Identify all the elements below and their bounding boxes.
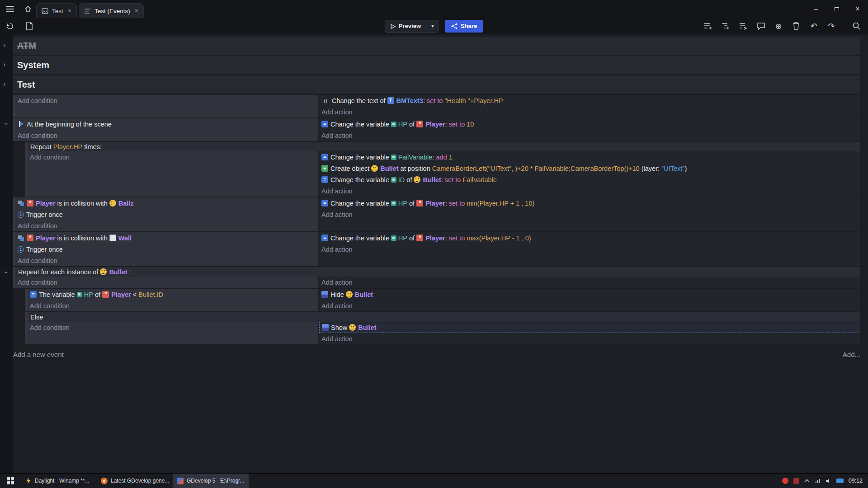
- add-other-event-icon[interactable]: [738, 21, 749, 32]
- action-line[interactable]: Change the variable HP of Player: set to…: [319, 197, 860, 209]
- add-condition-button[interactable]: Add condition: [15, 277, 318, 288]
- add-action-button[interactable]: Add action: [319, 277, 860, 288]
- tray-battery-icon[interactable]: [836, 479, 844, 483]
- variable-icon: [77, 292, 82, 297]
- add-condition-button[interactable]: Add condition: [28, 322, 318, 333]
- history-icon[interactable]: [5, 21, 15, 32]
- text-segment: :: [445, 200, 449, 207]
- condition-line[interactable]: Player is in collision with Wall: [15, 232, 318, 244]
- taskbar-item-browser[interactable]: Latest GDevelop gene...: [97, 474, 173, 488]
- text-segment: of: [93, 291, 102, 298]
- text-segment: BMText3: [396, 97, 423, 104]
- tray-network-icon[interactable]: [815, 479, 821, 483]
- action-line[interactable]: Hide Bullet: [319, 289, 860, 300]
- action-line[interactable]: Change the variable FailVariable: add 1: [319, 151, 860, 163]
- visibility-icon: [322, 324, 329, 331]
- undo-icon[interactable]: ↶: [808, 21, 819, 32]
- preview-button[interactable]: ▷ Preview ▾: [385, 20, 439, 33]
- collapse-chevron-icon[interactable]: ›: [3, 42, 5, 49]
- text-segment: HP: [398, 200, 407, 207]
- add-action-button[interactable]: Add action: [319, 209, 860, 220]
- add-new-event-button[interactable]: Add a new event: [13, 351, 64, 358]
- text-segment: ID: [398, 176, 405, 183]
- close-button[interactable]: ×: [847, 0, 868, 18]
- event-header[interactable]: Repeat for each instance of Bullet :: [15, 267, 860, 277]
- add-button[interactable]: Add...: [843, 351, 860, 358]
- minimize-button[interactable]: –: [806, 0, 826, 18]
- add-comment-icon[interactable]: [755, 21, 766, 32]
- add-condition-button[interactable]: Add condition: [28, 151, 318, 163]
- event-block: ›At the beginning of the sceneAdd condit…: [13, 118, 860, 141]
- text-segment: HP: [398, 235, 407, 242]
- var-action-icon: [321, 121, 328, 127]
- condition-line[interactable]: Trigger once: [15, 209, 318, 220]
- close-tab-icon[interactable]: ×: [68, 7, 71, 14]
- add-condition-button[interactable]: Add condition: [15, 95, 318, 106]
- visibility-icon: [321, 291, 328, 298]
- action-line[interactable]: Create object Bullet at position CameraB…: [319, 163, 860, 174]
- add-condition-button[interactable]: Add condition: [15, 220, 318, 231]
- tray-maroon-icon[interactable]: [793, 478, 799, 484]
- taskbar-item-gdevelop[interactable]: GDevelop 5 - E:\Progr...: [173, 474, 249, 488]
- collapse-chevron-icon[interactable]: ›: [3, 61, 5, 68]
- toolbar: ▷ Preview ▾ Share: [0, 18, 868, 34]
- add-action-button[interactable]: Add action: [319, 106, 860, 117]
- tray-chevron-up-icon[interactable]: [804, 479, 810, 483]
- actions-column: Hide BulletAdd action: [319, 289, 860, 311]
- tab-test[interactable]: Test ×: [36, 3, 77, 18]
- add-action-button[interactable]: Add action: [319, 300, 860, 311]
- close-tab-icon[interactable]: ×: [135, 7, 138, 14]
- event-group-header[interactable]: ›Test: [13, 75, 860, 94]
- tab-test-events[interactable]: Test (Events) ×: [79, 3, 144, 18]
- search-icon[interactable]: [851, 21, 862, 32]
- action-line[interactable]: Change the variable HP of Player: set to…: [319, 118, 860, 130]
- home-icon[interactable]: [23, 4, 33, 14]
- expand-chevron-icon[interactable]: ›: [3, 122, 10, 125]
- maximize-button[interactable]: [826, 0, 847, 18]
- action-line[interactable]: Change the text of BMText3: set to "Heal…: [319, 95, 860, 106]
- collapse-chevron-icon[interactable]: ›: [3, 80, 5, 88]
- text-segment: Player: [425, 121, 445, 128]
- add-condition-button[interactable]: Add condition: [15, 130, 318, 141]
- add-condition-button[interactable]: Add condition: [15, 255, 318, 266]
- taskbar-clock[interactable]: 09:12: [849, 478, 863, 484]
- start-button[interactable]: [0, 474, 21, 488]
- window-controls: – ×: [806, 0, 868, 18]
- condition-line[interactable]: Trigger once: [15, 244, 318, 255]
- add-action-button[interactable]: Add action: [319, 130, 860, 141]
- taskbar-item-winamp[interactable]: Daylight - Winamp **...: [21, 474, 97, 488]
- save-file-icon[interactable]: [24, 21, 34, 32]
- expand-chevron-icon[interactable]: ›: [3, 271, 10, 273]
- hamburger-menu-icon[interactable]: [5, 4, 15, 14]
- add-action-button[interactable]: Add action: [319, 333, 860, 344]
- text-segment: Player: [425, 235, 445, 242]
- player-icon: [416, 200, 423, 206]
- add-action-button[interactable]: Add action: [319, 244, 860, 255]
- add-standard-event-icon[interactable]: [703, 21, 713, 32]
- preview-main[interactable]: ▷ Preview: [385, 20, 427, 32]
- actions-column: Change the variable HP of Player: set to…: [319, 118, 860, 141]
- event-header[interactable]: Repeat Player.HP times:: [28, 142, 860, 151]
- event-columns: The variable HP of Player < Bullet.IDAdd…: [28, 289, 860, 311]
- condition-line[interactable]: Player is in collision with Ballz: [15, 197, 318, 209]
- action-line[interactable]: Change the variable HP of Player: set to…: [319, 232, 860, 244]
- tray-red-badge-icon[interactable]: [782, 478, 788, 484]
- event-header[interactable]: Else: [28, 312, 860, 322]
- conditions-column: Add condition: [28, 322, 318, 344]
- add-action-button[interactable]: Add action: [319, 185, 860, 197]
- event-group-header[interactable]: ›ATM: [13, 37, 860, 55]
- add-condition-button[interactable]: Add condition: [28, 300, 318, 311]
- preview-dropdown-arrow[interactable]: ▾: [427, 20, 438, 32]
- share-button[interactable]: Share: [445, 20, 483, 33]
- action-line[interactable]: Change the variable ID of Bullet: set to…: [319, 174, 860, 185]
- condition-line[interactable]: At the beginning of the scene: [15, 118, 318, 130]
- action-line[interactable]: Show Bullet: [319, 322, 860, 333]
- redo-icon[interactable]: ↷: [826, 21, 837, 32]
- event-group-header[interactable]: ›System: [13, 56, 860, 74]
- delete-icon[interactable]: [791, 21, 802, 32]
- tray-volume-icon[interactable]: [826, 479, 831, 483]
- condition-line[interactable]: The variable HP of Player < Bullet.ID: [28, 289, 318, 300]
- circle-plus-icon[interactable]: ⊕: [773, 21, 784, 32]
- event-columns: Add conditionChange the text of BMText3:…: [15, 95, 860, 117]
- add-subevent-icon[interactable]: [720, 21, 731, 32]
